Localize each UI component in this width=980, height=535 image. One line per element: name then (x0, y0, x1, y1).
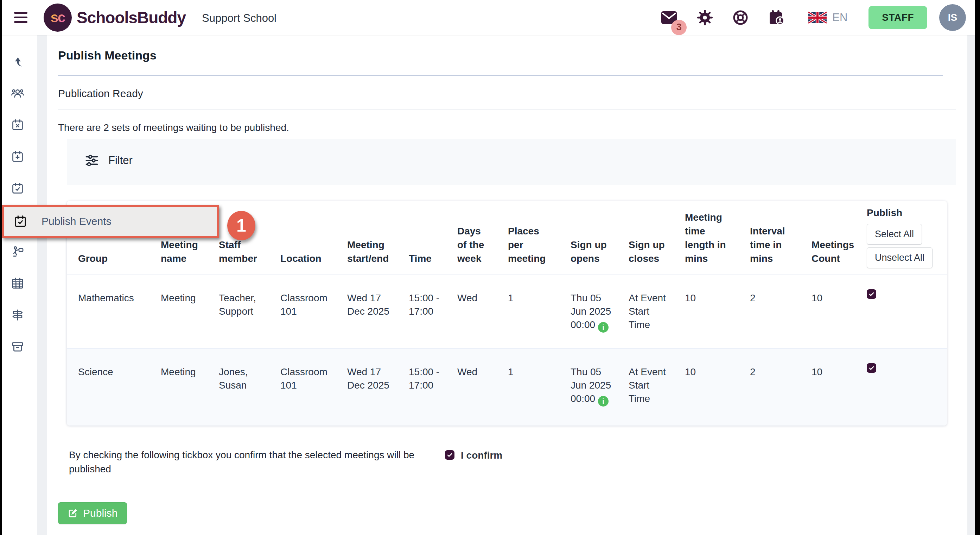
cell-days: Wed (446, 275, 497, 349)
language-selector[interactable]: EN (808, 11, 847, 24)
filter-toggle[interactable]: Filter (67, 139, 133, 168)
cell-location: Classroom 101 (269, 275, 336, 349)
confirm-checkbox-label: I confirm (461, 450, 502, 461)
row-publish-checkbox[interactable] (867, 363, 876, 373)
cell-places: 1 (497, 349, 559, 426)
cell-interval: 2 (739, 275, 800, 349)
staff-role-button[interactable]: STAFF (869, 6, 927, 29)
select-all-button[interactable]: Select All (867, 224, 922, 244)
col-header-publish: PublishSelect AllUnselect All (865, 201, 947, 275)
messages-envelope-icon[interactable]: 3 (660, 11, 678, 25)
publish-events-label: Publish Events (41, 216, 111, 227)
help-lifebuoy-icon[interactable] (732, 10, 749, 26)
filter-label: Filter (108, 154, 133, 167)
cell-places: 1 (497, 275, 559, 349)
section-title: Publication Ready (58, 88, 956, 100)
cell-signup_opens: Thu 05 Jun 2025 00:00i (559, 349, 617, 426)
cell-count: 10 (800, 349, 865, 426)
col-header-signup_opens: Sign up opens (559, 201, 617, 275)
school-name: Support School (202, 12, 277, 25)
col-header-length: Meeting time length in mins (674, 201, 739, 275)
page-body: Publish Meetings Publication Ready There… (2, 35, 975, 535)
publish-column-label: Publish (867, 206, 943, 220)
bookings-calendar-person-icon[interactable] (768, 9, 785, 26)
signpost-icon (11, 308, 24, 322)
settings-gear-icon[interactable] (697, 9, 713, 26)
cell-signup_closes: At Event Start Time (617, 275, 674, 349)
divider (58, 75, 943, 76)
publish-events-menu-item[interactable]: Publish Events (2, 205, 219, 238)
confirmation-section: By checking the following tickbox you co… (69, 448, 956, 476)
sidebar-item-archive[interactable] (11, 340, 25, 354)
language-code: EN (832, 11, 847, 24)
col-header-start_end: Meeting start/end (336, 201, 398, 275)
cell-time: 15:00 - 17:00 (398, 275, 446, 349)
col-header-interval: Interval time in mins (739, 201, 800, 275)
col-header-location: Location (269, 201, 336, 275)
col-header-places: Places per meeting (497, 201, 559, 275)
sidebar-item-publish-events[interactable] (11, 181, 25, 195)
calendar-check-icon (13, 214, 27, 228)
cell-group: Science (67, 349, 150, 426)
person-presentation-icon (11, 245, 24, 258)
cell-start_end: Wed 17 Dec 2025 (336, 275, 398, 349)
publish-button[interactable]: Publish (58, 502, 127, 524)
cell-group: Mathematics (67, 275, 150, 349)
hamburger-menu-icon[interactable] (14, 12, 27, 23)
cell-signup_closes: At Event Start Time (617, 349, 674, 426)
user-avatar[interactable]: IS (939, 4, 966, 31)
sidebar-item-signpost[interactable] (11, 308, 25, 322)
col-header-time: Time (398, 201, 446, 275)
publish-button-label: Publish (83, 507, 118, 519)
sidebar-nav (2, 35, 37, 535)
row-publish-checkbox[interactable] (867, 289, 876, 299)
col-header-count: Meetings Count (800, 201, 865, 275)
signup-opens-info-icon[interactable]: i (598, 322, 609, 333)
sidebar-item-calendar-x[interactable] (11, 118, 25, 132)
page-title: Publish Meetings (58, 49, 956, 62)
check-icon (868, 365, 875, 371)
users-group-icon (11, 86, 24, 100)
sidebar-item-users[interactable] (11, 86, 25, 100)
cell-length: 10 (674, 275, 739, 349)
cell-time: 15:00 - 17:00 (398, 349, 446, 426)
filter-panel: Filter (67, 139, 956, 185)
cell-length: 10 (674, 349, 739, 426)
calendar-plus-icon (11, 150, 24, 163)
uk-flag-icon (808, 11, 827, 24)
publish-meetings-screen: { "colors": { "brand": "#3a1838", "accen… (0, 0, 980, 535)
schoolsbuddy-logo[interactable]: sc (44, 3, 72, 32)
sidebar-item-calendar-plus[interactable] (11, 150, 25, 164)
confirmation-text: By checking the following tickbox you co… (69, 448, 440, 476)
app-frame: sc SchoolsBuddy Support School 3 (2, 0, 975, 535)
scroll-gutter[interactable] (37, 35, 47, 535)
edit-pencil-icon (68, 508, 78, 519)
sidebar-item-activities[interactable] (11, 244, 25, 259)
logo-monogram: sc (51, 10, 65, 26)
level-up-arrow-icon (11, 55, 24, 68)
sidebar-item-level-up-arrow[interactable] (11, 54, 25, 69)
confirm-checkbox[interactable] (445, 450, 455, 460)
meetings-summary: There are 2 sets of meetings waiting to … (58, 122, 956, 133)
cell-publish (865, 275, 947, 349)
filter-sliders-icon (84, 153, 99, 168)
main-panel: Publish Meetings Publication Ready There… (47, 35, 967, 535)
sidebar-item-schedule[interactable] (11, 276, 25, 291)
top-header: sc SchoolsBuddy Support School 3 (2, 0, 975, 35)
meeting-row-science: ScienceMeetingJones, SusanClassroom 101W… (67, 349, 947, 426)
check-icon (446, 452, 453, 458)
cell-meeting_name: Meeting (150, 349, 208, 426)
cell-staff_member: Teacher, Support (208, 275, 269, 349)
calendar-check-icon (11, 182, 24, 195)
cell-location: Classroom 101 (269, 349, 336, 426)
check-icon (868, 291, 875, 297)
cell-meeting_name: Meeting (150, 275, 208, 349)
notification-badge: 3 (671, 20, 687, 35)
cell-start_end: Wed 17 Dec 2025 (336, 349, 398, 426)
cell-days: Wed (446, 349, 497, 426)
brand-name: SchoolsBuddy (77, 8, 186, 27)
unselect-all-button[interactable]: Unselect All (867, 248, 932, 268)
cell-interval: 2 (739, 349, 800, 426)
cell-publish (865, 349, 947, 426)
signup-opens-info-icon[interactable]: i (598, 396, 609, 407)
